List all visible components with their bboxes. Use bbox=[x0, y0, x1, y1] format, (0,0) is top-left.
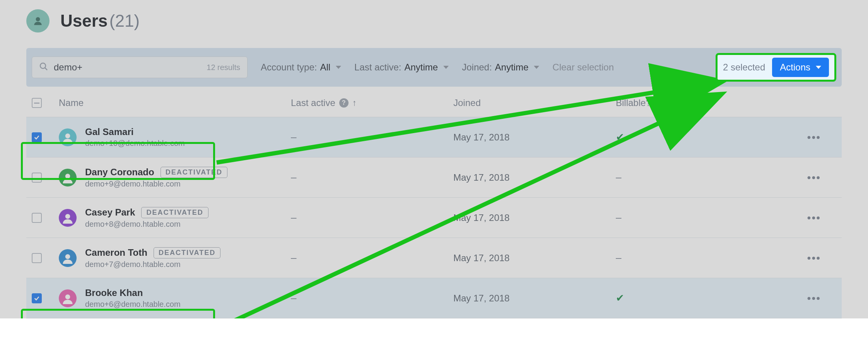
table-row: Dany CoronadoDEACTIVATEDdemo+9@demo.htab… bbox=[26, 157, 842, 198]
page-count: (21) bbox=[109, 11, 140, 30]
column-header-name[interactable]: Name bbox=[59, 98, 291, 108]
row-more-button[interactable]: ••• bbox=[807, 131, 821, 144]
cell-joined: May 17, 2018 bbox=[453, 253, 616, 263]
user-email: demo+6@demo.htable.com bbox=[85, 300, 181, 309]
search-result-count: 12 results bbox=[207, 63, 240, 72]
avatar bbox=[59, 169, 77, 186]
actions-button-label: Actions bbox=[780, 62, 810, 73]
chevron-down-icon bbox=[816, 66, 821, 69]
filter-toolbar: 12 results Account type: All Last active… bbox=[26, 48, 842, 87]
user-email: demo+9@demo.htable.com bbox=[85, 180, 227, 188]
row-more-button[interactable]: ••• bbox=[807, 252, 821, 264]
actions-button[interactable]: Actions bbox=[772, 58, 829, 77]
filter-label: Last active: bbox=[354, 62, 401, 73]
svg-line-2 bbox=[45, 68, 47, 70]
user-name: Cameron Toth bbox=[85, 247, 147, 258]
check-icon: ✔ bbox=[616, 292, 624, 304]
cell-joined: May 17, 2018 bbox=[453, 172, 616, 183]
filter-value: Anytime bbox=[405, 62, 438, 73]
cell-billable: – bbox=[616, 212, 778, 224]
row-checkbox[interactable] bbox=[32, 253, 42, 263]
clear-selection-link[interactable]: Clear selection bbox=[552, 62, 614, 73]
row-checkbox[interactable] bbox=[32, 132, 42, 142]
cell-last-active: – bbox=[291, 212, 453, 224]
avatar bbox=[59, 249, 77, 267]
cell-joined: May 17, 2018 bbox=[453, 293, 616, 304]
name-cell[interactable]: Dany CoronadoDEACTIVATEDdemo+9@demo.htab… bbox=[59, 167, 291, 188]
user-name: Brooke Khan bbox=[85, 287, 143, 298]
svg-point-3 bbox=[65, 133, 70, 139]
svg-point-7 bbox=[65, 294, 70, 299]
help-icon[interactable]: ? bbox=[339, 98, 349, 108]
filter-value: Anytime bbox=[495, 62, 529, 73]
user-name: Gal Samari bbox=[85, 127, 133, 137]
chevron-down-icon bbox=[336, 66, 341, 69]
user-name: Casey Park bbox=[85, 207, 135, 218]
filter-joined[interactable]: Joined: Anytime bbox=[462, 62, 539, 73]
name-cell[interactable]: Brooke Khandemo+6@demo.htable.com bbox=[59, 287, 291, 309]
svg-point-1 bbox=[40, 63, 46, 68]
page-title: Users bbox=[60, 11, 108, 30]
sort-ascending-icon[interactable]: ↑ bbox=[352, 98, 357, 108]
row-checkbox[interactable] bbox=[32, 293, 42, 303]
user-name: Dany Coronado bbox=[85, 167, 154, 178]
check-icon: ✔ bbox=[616, 131, 624, 143]
chevron-down-icon bbox=[443, 66, 449, 69]
avatar bbox=[59, 209, 77, 227]
table-row: Cameron TothDEACTIVATEDdemo+7@demo.htabl… bbox=[26, 238, 842, 278]
search-input[interactable] bbox=[54, 62, 201, 73]
table-row: Gal Samaridemo+10@demo.htable.com–May 17… bbox=[26, 117, 842, 157]
cell-last-active: – bbox=[291, 252, 453, 264]
user-email: demo+7@demo.htable.com bbox=[85, 260, 220, 269]
column-header-row: Name Last active ? ↑ Joined Billable? ? bbox=[26, 94, 842, 117]
svg-point-5 bbox=[65, 214, 70, 219]
svg-point-4 bbox=[65, 174, 70, 179]
column-header-joined[interactable]: Joined bbox=[453, 98, 616, 108]
cell-billable: – bbox=[616, 252, 778, 264]
row-checkbox[interactable] bbox=[32, 213, 42, 223]
table-row: Casey ParkDEACTIVATEDdemo+8@demo.htable.… bbox=[26, 198, 842, 238]
selection-panel: 2 selected Actions bbox=[716, 53, 836, 82]
filter-last-active[interactable]: Last active: Anytime bbox=[354, 62, 449, 73]
column-header-billable[interactable]: Billable? ? bbox=[616, 98, 778, 108]
name-cell[interactable]: Cameron TothDEACTIVATEDdemo+7@demo.htabl… bbox=[59, 247, 291, 269]
users-page-icon bbox=[26, 9, 50, 33]
filter-value: All bbox=[320, 62, 330, 73]
cell-billable: ✔ bbox=[616, 292, 778, 304]
cell-last-active: – bbox=[291, 171, 453, 183]
filter-account-type[interactable]: Account type: All bbox=[261, 62, 341, 73]
name-cell[interactable]: Casey ParkDEACTIVATEDdemo+8@demo.htable.… bbox=[59, 207, 291, 229]
selected-count-label: 2 selected bbox=[723, 62, 765, 73]
cell-billable: – bbox=[616, 171, 778, 183]
row-more-button[interactable]: ••• bbox=[807, 171, 821, 184]
deactivated-badge: DEACTIVATED bbox=[141, 207, 208, 218]
filter-label: Joined: bbox=[462, 62, 492, 73]
select-all-checkbox[interactable] bbox=[32, 98, 42, 108]
user-email: demo+10@demo.htable.com bbox=[85, 139, 185, 148]
search-box[interactable]: 12 results bbox=[32, 56, 248, 78]
filter-label: Account type: bbox=[261, 62, 317, 73]
help-icon[interactable]: ? bbox=[655, 98, 664, 108]
cell-joined: May 17, 2018 bbox=[453, 132, 616, 143]
deactivated-badge: DEACTIVATED bbox=[154, 247, 220, 258]
row-checkbox[interactable] bbox=[32, 173, 42, 183]
table-row: Brooke Khandemo+6@demo.htable.com–May 17… bbox=[26, 278, 842, 318]
chevron-down-icon bbox=[534, 66, 539, 69]
avatar bbox=[59, 289, 77, 307]
row-more-button[interactable]: ••• bbox=[807, 292, 821, 305]
cell-last-active: – bbox=[291, 292, 453, 304]
cell-joined: May 17, 2018 bbox=[453, 212, 616, 223]
avatar bbox=[59, 128, 77, 146]
column-header-last-active[interactable]: Last active ? ↑ bbox=[291, 98, 453, 108]
svg-point-0 bbox=[36, 17, 40, 21]
cell-billable: ✔ bbox=[616, 131, 778, 143]
deactivated-badge: DEACTIVATED bbox=[161, 167, 227, 178]
user-email: demo+8@demo.htable.com bbox=[85, 220, 208, 229]
svg-point-6 bbox=[65, 254, 70, 259]
cell-last-active: – bbox=[291, 131, 453, 143]
row-more-button[interactable]: ••• bbox=[807, 212, 821, 224]
name-cell[interactable]: Gal Samaridemo+10@demo.htable.com bbox=[59, 127, 291, 148]
search-icon bbox=[39, 62, 48, 73]
